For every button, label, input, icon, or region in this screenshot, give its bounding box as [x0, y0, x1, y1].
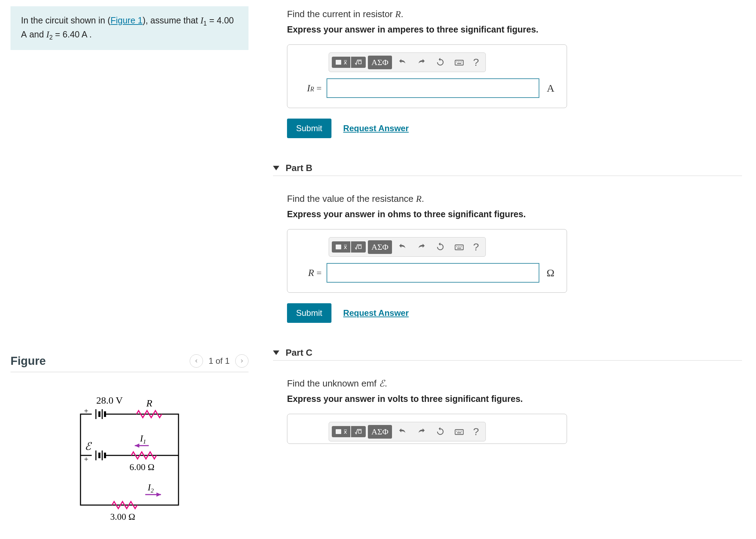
part-a-input[interactable]: [327, 78, 539, 98]
figure-prev-button[interactable]: [190, 354, 203, 368]
problem-text-mid: ), assume that: [142, 15, 200, 25]
svg-point-25: [461, 62, 462, 62]
part-b-submit-button[interactable]: Submit: [287, 303, 331, 323]
figure-next-button[interactable]: [235, 354, 248, 368]
svg-rect-29: [455, 245, 463, 250]
figure-image: + 28.0 V R + ℰ 6.00 Ω: [10, 390, 248, 530]
part-b-input[interactable]: [327, 263, 539, 283]
r6-label: 6.00 Ω: [130, 462, 154, 472]
help-tool[interactable]: ?: [470, 55, 483, 70]
greek-tool[interactable]: ΑΣΦ: [368, 240, 392, 254]
greek-tool[interactable]: ΑΣΦ: [368, 56, 392, 69]
redo-tool[interactable]: [413, 425, 430, 438]
period: .: [87, 29, 92, 39]
part-b-request-answer[interactable]: Request Answer: [343, 308, 409, 318]
figure-link[interactable]: Figure 1: [111, 15, 143, 25]
part-b-header[interactable]: Part B: [273, 163, 742, 176]
part-b-var-label: R =: [297, 267, 322, 278]
part-a-prompt: Find the current in resistor R.: [287, 9, 742, 20]
reset-tool[interactable]: [432, 241, 449, 253]
sqrt-tool[interactable]: [351, 241, 366, 253]
prompt-text: Find the current in resistor: [287, 9, 395, 19]
part-b-actions: Submit Request Answer: [287, 303, 742, 323]
part-c-body: Find the unknown emf ℰ. Express your ans…: [273, 364, 742, 454]
part-a-unit: A: [544, 82, 557, 94]
help-tool[interactable]: ?: [470, 424, 483, 439]
collapse-icon: [273, 166, 279, 170]
part-a-actions: Submit Request Answer: [287, 119, 742, 138]
i1-value: 4.00: [217, 15, 234, 25]
svg-rect-27: [336, 245, 341, 249]
svg-point-33: [461, 246, 462, 247]
prompt-text: Find the unknown emf: [287, 378, 379, 389]
svg-rect-37: [455, 430, 463, 434]
template-tool[interactable]: x̅: [332, 57, 350, 68]
i2-label: I2: [147, 482, 154, 494]
reset-tool[interactable]: [432, 56, 449, 69]
template-tool[interactable]: x̅: [332, 241, 350, 253]
part-a-answer-box: x̅ ΑΣΦ ?: [287, 44, 567, 108]
part-a-body: Find the current in resistor R. Express …: [273, 0, 742, 149]
svg-rect-0: [80, 414, 178, 505]
part-c-header[interactable]: Part C: [273, 347, 742, 361]
undo-tool[interactable]: [394, 425, 411, 438]
greek-tool[interactable]: ΑΣΦ: [368, 425, 392, 439]
svg-rect-42: [457, 432, 461, 433]
prompt-var: ℰ: [379, 378, 385, 389]
svg-point-39: [458, 431, 458, 432]
svg-rect-26: [457, 63, 461, 64]
plus-sign-top: +: [84, 406, 88, 415]
part-b-title: Part B: [286, 163, 313, 173]
prompt-post: .: [421, 193, 424, 204]
redo-tool[interactable]: [413, 241, 430, 253]
keyboard-tool[interactable]: [451, 425, 468, 438]
svg-point-23: [458, 62, 458, 62]
voltage-label: 28.0 V: [96, 395, 123, 406]
equation-toolbar-c: x̅ ΑΣΦ ?: [329, 422, 486, 441]
unit-a2: A: [82, 29, 87, 39]
emf-label: ℰ: [85, 440, 92, 452]
circuit-diagram: + 28.0 V R + ℰ 6.00 Ω: [70, 390, 189, 530]
part-a-submit-button[interactable]: Submit: [287, 119, 331, 138]
keyboard-tool[interactable]: [451, 56, 468, 69]
help-tool[interactable]: ?: [470, 240, 483, 254]
equation-toolbar: x̅ ΑΣΦ ?: [329, 52, 486, 72]
svg-point-24: [460, 62, 460, 62]
svg-rect-35: [336, 430, 341, 434]
part-b-body: Find the value of the resistance R. Expr…: [273, 179, 742, 333]
unit-a1: A: [21, 29, 27, 39]
figure-header: Figure 1 of 1: [10, 354, 248, 372]
problem-text: In the circuit shown in (: [21, 15, 111, 25]
sqrt-tool[interactable]: [351, 426, 366, 437]
part-c-instruction: Express your answer in volts to three si…: [287, 394, 742, 404]
part-b-input-row: R = Ω: [297, 263, 557, 283]
figure-title: Figure: [10, 354, 46, 368]
keyboard-tool[interactable]: [451, 241, 468, 253]
svg-point-40: [460, 431, 460, 432]
r3-label: 3.00 Ω: [110, 512, 135, 522]
sqrt-tool[interactable]: [351, 57, 366, 68]
collapse-icon: [273, 350, 279, 355]
i2-value: 6.40: [63, 29, 80, 39]
figure-nav: 1 of 1: [190, 354, 248, 368]
part-a-instruction: Express your answer in amperes to three …: [287, 24, 742, 35]
part-c-title: Part C: [286, 347, 313, 358]
svg-marker-18: [156, 492, 161, 497]
equation-toolbar-b: x̅ ΑΣΦ ?: [329, 237, 486, 257]
plus-sign-mid: +: [84, 455, 88, 463]
svg-rect-28: [358, 246, 361, 248]
reset-tool[interactable]: [432, 425, 449, 438]
svg-rect-36: [358, 430, 361, 433]
prompt-var: R: [395, 9, 401, 19]
svg-rect-21: [455, 60, 463, 65]
template-tool[interactable]: x̅: [332, 426, 350, 437]
prompt-post: .: [385, 378, 387, 389]
problem-statement: In the circuit shown in (Figure 1), assu…: [10, 6, 248, 50]
redo-tool[interactable]: [413, 56, 430, 69]
left-column: In the circuit shown in (Figure 1), assu…: [0, 0, 259, 539]
i2-symbol: I: [46, 30, 49, 39]
undo-tool[interactable]: [394, 241, 411, 253]
part-a-request-answer[interactable]: Request Answer: [343, 123, 409, 133]
part-a-input-row: IR = A: [297, 78, 557, 98]
undo-tool[interactable]: [394, 56, 411, 69]
